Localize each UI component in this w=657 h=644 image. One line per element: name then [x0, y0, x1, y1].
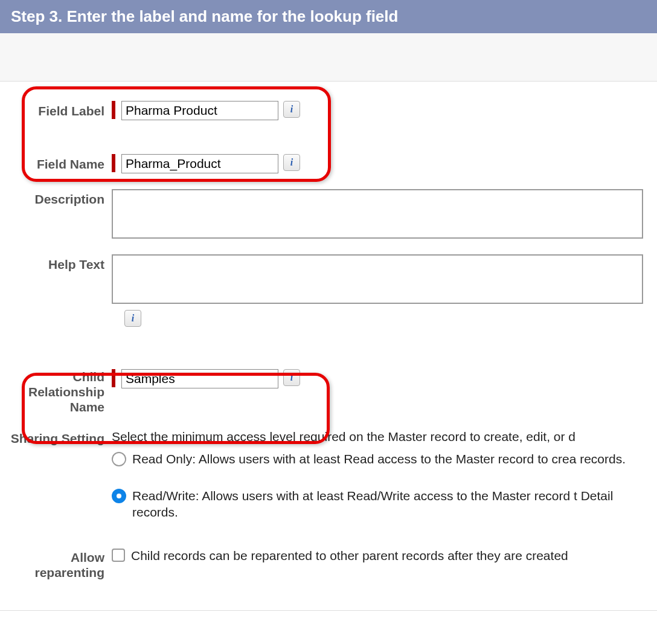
info-icon[interactable]: i	[283, 154, 300, 171]
field-name-input[interactable]	[121, 154, 278, 173]
sharing-radio-read-only-label: Read Only: Allows users with at least Re…	[132, 451, 626, 467]
sharing-radio-read-write-label: Read/Write: Allows users with at least R…	[132, 488, 657, 521]
required-indicator	[112, 154, 115, 172]
info-icon[interactable]: i	[124, 310, 141, 327]
sharing-radio-read-only[interactable]	[112, 452, 126, 466]
allow-reparenting-checkbox[interactable]	[112, 549, 125, 562]
info-icon[interactable]: i	[283, 101, 300, 118]
field-name-label: Field Name	[0, 154, 112, 172]
field-label-input[interactable]	[121, 101, 278, 120]
sharing-intro-text: Select the minimum access level required…	[112, 428, 575, 445]
step-title: Step 3. Enter the label and name for the…	[11, 7, 398, 25]
allow-reparenting-label: Allow reparenting	[0, 547, 112, 580]
description-label: Description	[0, 189, 112, 207]
child-rel-input[interactable]	[121, 369, 278, 388]
description-textarea[interactable]	[112, 189, 643, 239]
sharing-setting-label: Sharing Setting	[0, 428, 112, 446]
step-header: Step 3. Enter the label and name for the…	[0, 0, 657, 33]
sharing-radio-read-write[interactable]	[112, 489, 126, 503]
field-label-label: Field Label	[0, 101, 112, 118]
allow-reparenting-text: Child records can be reparented to other…	[131, 547, 568, 564]
required-indicator	[112, 369, 115, 387]
help-text-textarea[interactable]	[112, 254, 643, 304]
info-icon[interactable]: i	[283, 369, 300, 386]
required-indicator	[112, 101, 115, 119]
header-spacer	[0, 33, 657, 82]
form-area: Field Label i Field Name i Description H…	[0, 82, 657, 611]
child-rel-label: Child Relationship Name	[0, 369, 112, 415]
help-text-label: Help Text	[0, 254, 112, 272]
